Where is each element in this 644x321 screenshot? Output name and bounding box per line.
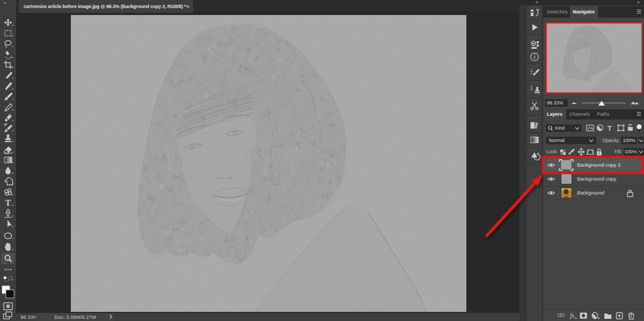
svg-text:Kind: Kind [555, 125, 565, 131]
svg-text:T: T [608, 124, 612, 132]
svg-text:»: » [4, 1, 6, 5]
svg-text:fx: fx [570, 312, 575, 319]
svg-text:T: T [5, 198, 11, 208]
